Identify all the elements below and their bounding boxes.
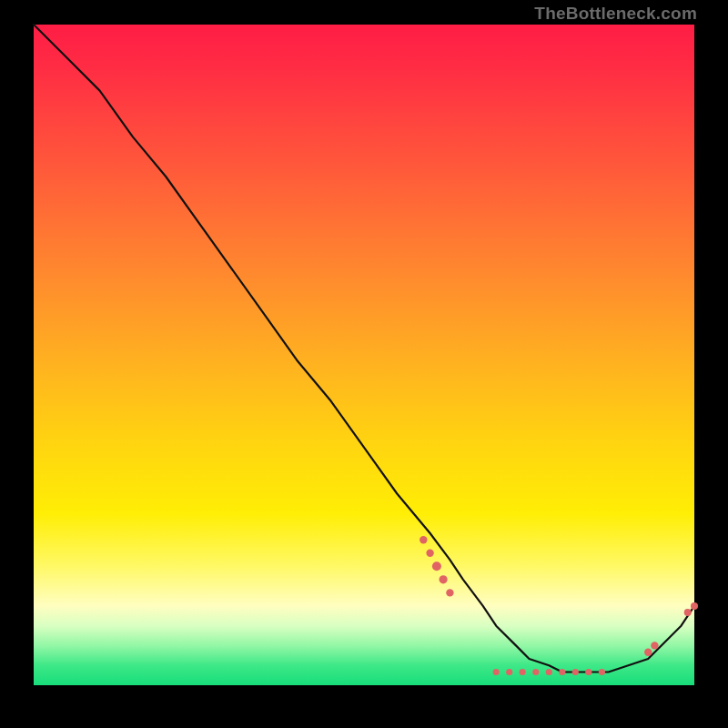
scatter-point	[493, 669, 500, 675]
scatter-point	[426, 550, 433, 557]
scatter-point	[506, 669, 512, 675]
scatter-point	[651, 642, 658, 649]
scatter-point	[644, 649, 652, 656]
scatter-point	[432, 561, 441, 571]
chart-stage: TheBottleneck.com	[0, 0, 728, 728]
scatter-point	[532, 669, 539, 675]
scatter-point	[691, 602, 698, 610]
scatter-point	[520, 669, 526, 675]
scatter-point	[546, 669, 552, 675]
scatter-point	[684, 609, 692, 616]
scatter-point	[440, 575, 448, 583]
branding-watermark: TheBottleneck.com	[534, 4, 697, 24]
curve-svg	[34, 25, 694, 685]
scatter-markers	[420, 536, 698, 675]
scatter-point	[599, 669, 605, 675]
scatter-point	[446, 589, 453, 596]
plot-area	[34, 25, 694, 685]
bottleneck-curve	[34, 25, 694, 672]
scatter-point	[572, 669, 579, 675]
scatter-point	[559, 669, 565, 675]
scatter-point	[585, 669, 592, 675]
scatter-point	[420, 536, 427, 543]
